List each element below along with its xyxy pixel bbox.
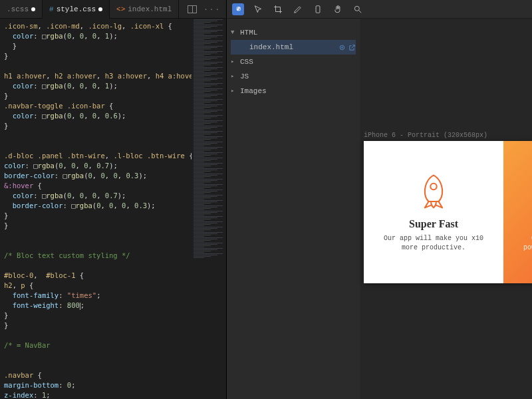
tree-group[interactable]: ▸JS: [231, 69, 356, 84]
chevron-right-icon: ▸: [231, 70, 237, 83]
canvas-area[interactable]: iPhone 6 - Portrait (320x568px) Super Fa…: [360, 19, 532, 399]
pen-tool-icon[interactable]: [292, 3, 304, 15]
chevron-right-icon: ▸: [231, 84, 237, 98]
svg-point-6: [430, 184, 436, 190]
feature-card-right[interactable]: Easy To Use Our app is incredibly powerf…: [503, 141, 532, 283]
tab-label: style.css: [57, 5, 96, 13]
tab-bar: .scss # style.css <> index.html ···: [0, 0, 226, 19]
editor-body[interactable]: .icon-sm, .icon-md, .icon-lg, .icon-xl {…: [0, 19, 226, 399]
tree-group-label: HTML: [240, 26, 257, 39]
file-tree: ▼HTMLindex.html ▸CSS▸JS▸Images: [227, 19, 360, 399]
open-external-icon[interactable]: [348, 44, 356, 51]
tree-group-label: Images: [240, 84, 267, 98]
tree-group[interactable]: ▼HTML: [231, 25, 356, 40]
feature-title: Super Fast: [409, 218, 458, 230]
svg-point-2: [354, 6, 359, 11]
tab-style-css[interactable]: # style.css: [43, 0, 110, 19]
css-file-icon: #: [49, 5, 54, 13]
design-tool-pane: ⎚ ▼HTMLindex.html ▸CSS▸JS▸Images iPh: [226, 0, 532, 399]
search-tool-icon[interactable]: [352, 3, 364, 15]
tabbar-actions: ···: [188, 5, 226, 13]
editor-pane: .scss # style.css <> index.html ··· .ico…: [0, 0, 226, 399]
feature-desc: Our app will make you x10 more productiv…: [380, 234, 487, 253]
rocket-icon: [414, 172, 454, 211]
tab-index-html[interactable]: <> index.html: [110, 0, 179, 19]
tree-group[interactable]: ▸CSS: [231, 55, 356, 69]
tree-group-label: CSS: [240, 55, 253, 68]
preview-canvas[interactable]: Super Fast Our app will make you x10 mor…: [364, 141, 532, 283]
tab-scss[interactable]: .scss: [0, 0, 43, 19]
svg-point-4: [340, 45, 344, 49]
tree-group-label: JS: [240, 70, 249, 83]
html-file-icon: <>: [116, 5, 125, 13]
app-logo-icon[interactable]: ⎚: [232, 3, 244, 15]
svg-rect-0: [316, 5, 320, 13]
feature-desc: Our app is incredibly powerful and easy …: [520, 234, 532, 253]
device-tool-icon[interactable]: [312, 3, 324, 15]
workspace: ▼HTMLindex.html ▸CSS▸JS▸Images iPhone 6 …: [227, 19, 532, 399]
svg-point-5: [342, 47, 343, 48]
pointer-tool-icon[interactable]: [252, 3, 264, 15]
tree-file[interactable]: index.html: [231, 40, 356, 55]
split-layout-icon[interactable]: [188, 5, 197, 13]
target-icon[interactable]: [338, 44, 346, 51]
crop-tool-icon[interactable]: [272, 3, 284, 15]
tree-file-label: index.html: [249, 41, 293, 54]
hand-tool-icon[interactable]: [332, 3, 344, 15]
modified-dot-icon: [31, 7, 35, 11]
minimap[interactable]: [192, 19, 226, 399]
more-icon[interactable]: ···: [203, 5, 221, 13]
device-label: iPhone 6 - Portrait (320x568px): [364, 132, 487, 139]
tab-label: .scss: [7, 5, 29, 13]
modified-dot-icon: [98, 7, 102, 11]
chevron-right-icon: ▸: [231, 55, 237, 68]
tree-group[interactable]: ▸Images: [231, 84, 356, 98]
design-toolbar: ⎚: [227, 0, 532, 19]
chevron-down-icon: ▼: [231, 26, 237, 39]
tab-label: index.html: [128, 5, 172, 13]
feature-card-left[interactable]: Super Fast Our app will make you x10 mor…: [364, 141, 503, 283]
svg-line-3: [359, 10, 362, 13]
